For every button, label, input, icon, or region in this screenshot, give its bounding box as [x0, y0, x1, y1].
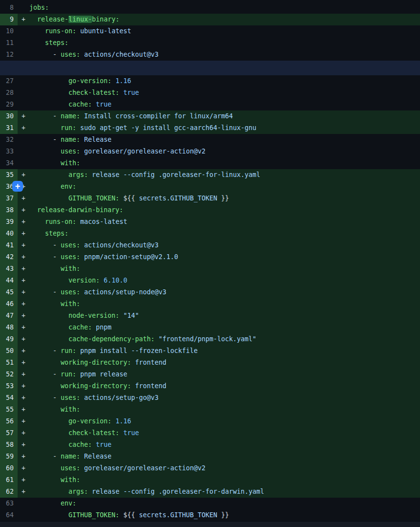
code-token: "frontend/pnpm-lock.yaml" [155, 335, 256, 343]
file-footer [0, 521, 420, 527]
diff-row: 27 go-version: 1.16 [0, 75, 420, 87]
diff-marker [18, 157, 26, 169]
code-token: ubuntu-latest [76, 27, 131, 35]
code-token: true [92, 441, 111, 448]
code-token: secrets.GITHUB_TOKEN [139, 511, 217, 519]
code-token: 1.16 [111, 77, 131, 85]
code-line: jobs: [26, 2, 420, 14]
line-number[interactable]: 28 [0, 87, 18, 99]
line-number[interactable]: 50 [0, 345, 18, 357]
diff-marker [18, 498, 26, 509]
line-number[interactable]: 63 [0, 498, 18, 509]
code-token: - [29, 347, 61, 354]
diff-marker: + [18, 333, 26, 345]
code-line: check-latest: true [26, 87, 420, 99]
code-token: - [29, 51, 61, 58]
line-number[interactable]: 30 [0, 110, 18, 122]
line-number[interactable]: 60 [0, 462, 18, 474]
code-line: - uses: actions/setup-node@v3 [26, 286, 420, 298]
line-number[interactable]: 55 [0, 404, 18, 416]
line-number[interactable]: 35 [0, 169, 18, 181]
line-number[interactable]: 52 [0, 369, 18, 380]
line-number[interactable]: 12 [0, 49, 18, 61]
line-number[interactable]: 29 [0, 99, 18, 110]
line-number[interactable]: 40 [0, 228, 18, 240]
code-line: working-directory: frontend [26, 380, 420, 392]
diff-marker [18, 75, 26, 87]
code-token: steps: [29, 39, 68, 46]
diff-marker [18, 134, 26, 146]
line-number[interactable]: 49 [0, 333, 18, 345]
line-number[interactable]: 54 [0, 392, 18, 404]
diff-marker [18, 99, 26, 110]
diff-row: 53+ working-directory: frontend [0, 380, 420, 392]
code-token: - [29, 453, 61, 460]
expand-hunk-band[interactable] [0, 61, 420, 75]
code-token: go-version: [29, 77, 111, 85]
diff-row: 30+ - name: Install cross-compiler for l… [0, 110, 420, 122]
line-number[interactable]: 34 [0, 157, 18, 169]
line-number[interactable]: 44 [0, 275, 18, 286]
diff-row: 59+ - name: Release [0, 451, 420, 462]
code-token: steps: [29, 230, 68, 237]
code-token: uses: [61, 51, 80, 58]
code-line: cache: true [26, 439, 420, 451]
diff-row: 50+ - run: pnpm install --frozen-lockfil… [0, 345, 420, 357]
code-token: linux- [68, 16, 92, 23]
line-number[interactable]: 51 [0, 357, 18, 369]
diff-marker [18, 2, 26, 14]
code-token: name: [61, 112, 80, 120]
line-number[interactable]: 38 [0, 204, 18, 216]
code-token: - [29, 371, 61, 378]
line-number[interactable]: 27 [0, 75, 18, 87]
line-number[interactable]: 64 [0, 509, 18, 521]
code-line: working-directory: frontend [26, 357, 420, 369]
line-number[interactable]: 58 [0, 439, 18, 451]
code-token: binary: [92, 16, 119, 23]
line-number[interactable]: 61 [0, 474, 18, 486]
diff-marker [18, 49, 26, 61]
line-number[interactable]: 11 [0, 37, 18, 49]
line-number[interactable]: 42 [0, 251, 18, 263]
line-number[interactable]: 62 [0, 486, 18, 498]
line-number[interactable]: 56 [0, 416, 18, 427]
code-line: with: [26, 157, 420, 169]
code-line: cache-dependency-path: "frontend/pnpm-lo… [26, 333, 420, 345]
line-number[interactable]: 41 [0, 240, 18, 251]
code-line: - uses: actions/setup-go@v3 [26, 392, 420, 404]
line-number[interactable]: 53 [0, 380, 18, 392]
diff-marker: + [18, 275, 26, 286]
diff-row: 9+ release-linux-binary: [0, 14, 420, 25]
code-token: with: [29, 265, 80, 272]
code-token: pnpm/action-setup@v2.1.0 [80, 253, 178, 261]
code-line: uses: goreleaser/goreleaser-action@v2 [26, 146, 420, 157]
code-token: node-version: [29, 312, 119, 319]
diff-row: 34 with: [0, 157, 420, 169]
add-line-comment-button[interactable]: + [12, 181, 23, 192]
line-number[interactable]: 45 [0, 286, 18, 298]
line-number[interactable]: 39 [0, 216, 18, 228]
code-line: check-latest: true [26, 427, 420, 439]
code-token: release-darwin-binary: [29, 206, 123, 214]
line-number[interactable]: 31 [0, 122, 18, 134]
diff-marker: + [18, 310, 26, 322]
diff-marker: + [18, 322, 26, 333]
line-number[interactable]: 47 [0, 310, 18, 322]
code-token: Install cross-compiler for linux/arm64 [80, 112, 233, 120]
line-number[interactable]: 32 [0, 134, 18, 146]
line-number[interactable]: 59 [0, 451, 18, 462]
code-token: run: [29, 124, 76, 132]
line-number[interactable]: 33 [0, 146, 18, 157]
diff-row: 56+ go-version: 1.16 [0, 416, 420, 427]
diff-marker [18, 25, 26, 37]
line-number[interactable]: 57 [0, 427, 18, 439]
line-number[interactable]: 9 [0, 14, 18, 25]
line-number[interactable]: 43 [0, 263, 18, 275]
code-line: steps: [26, 228, 420, 240]
line-number[interactable]: 46 [0, 298, 18, 310]
line-number[interactable]: 8 [0, 2, 18, 14]
line-number[interactable]: 37 [0, 193, 18, 204]
line-number[interactable]: 10 [0, 25, 18, 37]
line-number[interactable]: 48 [0, 322, 18, 333]
diff-row: 48+ cache: pnpm [0, 322, 420, 333]
